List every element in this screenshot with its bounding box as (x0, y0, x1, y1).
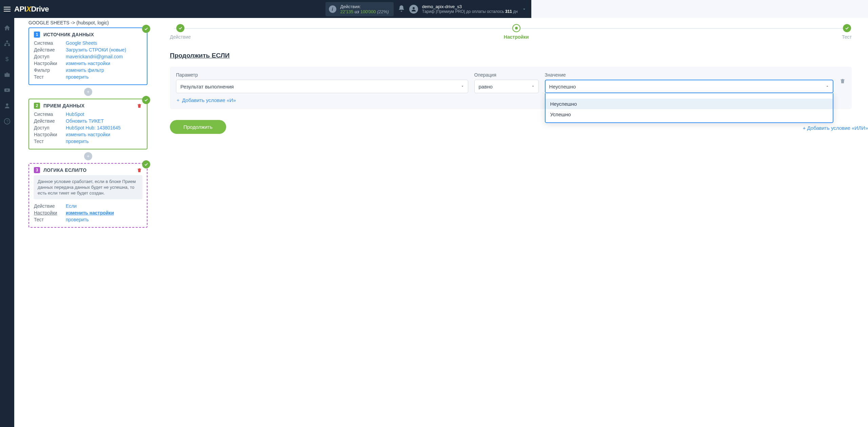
row-label: Действие (34, 46, 63, 53)
user-name: demo_apix-drive_s3 (422, 4, 518, 9)
actions-label: Действия: (340, 4, 389, 9)
system-link[interactable]: HubSpot (66, 111, 84, 118)
logo-drive: Drive (31, 5, 49, 13)
sub-days: 311 (505, 9, 512, 14)
action-link[interactable]: Если (66, 203, 77, 209)
youtube-icon (4, 87, 11, 94)
sitemap-icon (4, 40, 11, 47)
param-label: Параметр (176, 72, 468, 78)
app-header: APIXDrive i Действия: 22'135 из 100'000 … (0, 0, 531, 18)
user-info[interactable]: demo_apix-drive_s3 Тариф |Премиум PRO| д… (422, 4, 518, 14)
step-label: Действие (170, 34, 191, 40)
chevron-down-icon[interactable] (522, 7, 527, 12)
stepper: Действие Настройки Тест (170, 24, 531, 40)
row-label: Система (34, 111, 63, 118)
row-label: Доступ (34, 53, 63, 60)
logo-x: X (26, 5, 31, 13)
burger-icon (4, 7, 11, 12)
nav-account[interactable] (1, 99, 14, 112)
filter-link[interactable]: изменить фильтр (66, 67, 104, 74)
source-block[interactable]: 1 ИСТОЧНИК ДАННЫХ СистемаGoogle Sheets Д… (28, 27, 147, 85)
actions-pct: (22%) (376, 9, 389, 14)
info-icon: i (329, 5, 336, 13)
row-label: Фильтр (34, 67, 63, 74)
operation-label: Операция (474, 72, 532, 78)
test-link[interactable]: проверить (66, 138, 89, 145)
system-link[interactable]: Google Sheets (66, 40, 97, 46)
sub-prefix: Тариф |Премиум PRO| до оплаты осталось (422, 9, 505, 14)
row-label: Тест (34, 216, 63, 223)
row-label: Настройки (34, 209, 63, 216)
svg-point-7 (6, 103, 8, 106)
step-title: ПРИЕМ ДАННЫХ (43, 103, 84, 108)
nav-tools[interactable] (1, 68, 14, 81)
step-title: ЛОГИКА ЕСЛИ/ТО (43, 167, 86, 173)
user-subscription: Тариф |Премиум PRO| до оплаты осталось 3… (422, 9, 518, 14)
row-label: Система (34, 40, 63, 46)
svg-text:?: ? (6, 119, 9, 123)
settings-link[interactable]: изменить настройки (66, 131, 110, 138)
add-step-button[interactable] (84, 152, 92, 160)
action-link[interactable]: Загрузить СТРОКИ (новые) (66, 46, 126, 53)
stepper-settings[interactable]: Настройки (504, 24, 529, 40)
add-and-condition[interactable]: Добавить условие «И» (176, 97, 531, 103)
step-title: ИСТОЧНИК ДАННЫХ (43, 32, 94, 37)
settings-link[interactable]: изменить настройки (66, 209, 114, 216)
access-link[interactable]: HubSpot Hub: 143801645 (66, 124, 121, 131)
plus-icon (86, 90, 90, 94)
trash-icon[interactable] (137, 103, 142, 108)
nav-help[interactable]: ? (1, 115, 14, 128)
param-column: Параметр Результат выполнения (176, 72, 468, 93)
logic-block[interactable]: 3 ЛОГИКА ЕСЛИ/ТО Данное условие сработае… (28, 163, 147, 228)
nav-home[interactable] (1, 21, 14, 34)
user-icon (411, 6, 417, 12)
check-badge (142, 160, 150, 168)
row-label: Доступ (34, 124, 63, 131)
logo[interactable]: APIXDrive (14, 5, 49, 14)
nav-billing[interactable]: $ (1, 53, 14, 65)
trash-icon[interactable] (137, 167, 142, 173)
sub-suffix: дн (512, 9, 518, 14)
row-label: Действие (34, 203, 63, 209)
svg-text:$: $ (5, 56, 8, 62)
chevron-down-icon (531, 84, 532, 88)
right-panel: Действие Настройки Тест Продолжить ЕСЛИ … (158, 18, 531, 262)
plus-icon (176, 98, 180, 102)
destination-block[interactable]: 2 ПРИЕМ ДАННЫХ СистемаHubSpot ДействиеОб… (28, 99, 147, 149)
dollar-icon: $ (4, 56, 11, 62)
continue-button[interactable]: Продолжить (170, 120, 226, 134)
actions-quota-box[interactable]: i Действия: 22'135 из 100'000 (22%) (326, 2, 394, 16)
actions-values: 22'135 из 100'000 (22%) (340, 9, 389, 14)
param-value: Результат выполнения (180, 84, 234, 89)
briefcase-icon (4, 71, 11, 78)
header-right: i Действия: 22'135 из 100'000 (22%) demo… (326, 2, 531, 16)
nav-connections[interactable] (1, 37, 14, 50)
operation-column: Операция равно (474, 72, 532, 93)
breadcrumb: GOOGLE SHEETS -> (hubspot, logic) (28, 18, 147, 27)
test-link[interactable]: проверить (66, 216, 89, 223)
access-link[interactable]: maverickandrii@gmail.com (66, 53, 123, 60)
operation-select[interactable]: равно (474, 80, 532, 93)
notifications-button[interactable] (398, 5, 405, 14)
logo-api: API (14, 5, 26, 13)
menu-toggle[interactable] (0, 7, 14, 12)
nav-video[interactable] (1, 84, 14, 97)
param-select[interactable]: Результат выполнения (176, 80, 468, 93)
step-label: Настройки (504, 34, 529, 40)
svg-rect-3 (8, 44, 10, 46)
actions-used: 22'135 (340, 9, 354, 14)
add-step-button[interactable] (84, 88, 92, 96)
check-badge (142, 96, 150, 104)
stepper-action[interactable]: Действие (170, 24, 191, 40)
actions-of: из (353, 9, 360, 14)
svg-point-0 (413, 7, 415, 9)
test-link[interactable]: проверить (66, 74, 89, 80)
settings-link[interactable]: изменить настройки (66, 60, 110, 67)
action-link[interactable]: Обновить ТИКЕТ (66, 118, 104, 124)
help-icon: ? (4, 118, 11, 125)
check-icon (178, 26, 183, 30)
add-and-label: Добавить условие «И» (182, 97, 236, 103)
avatar[interactable] (409, 5, 418, 14)
row-label: Настройки (34, 131, 63, 138)
operation-value: равно (479, 84, 493, 89)
